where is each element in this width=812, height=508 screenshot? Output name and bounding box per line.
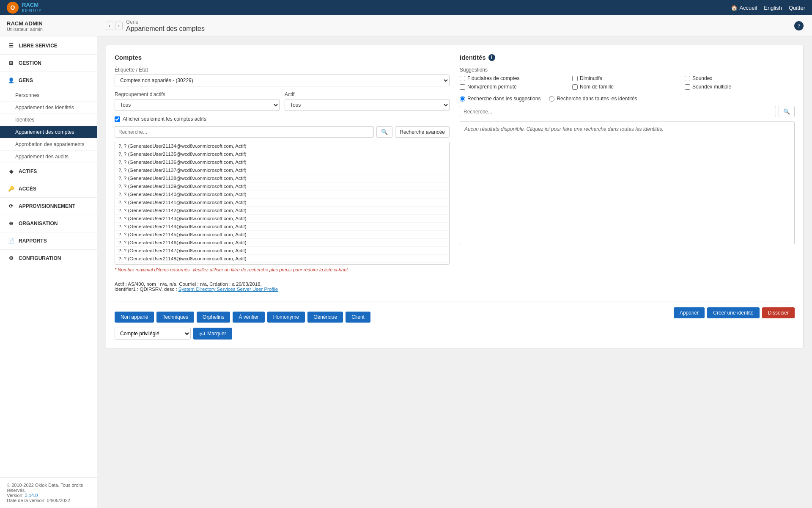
mark-select[interactable]: Compte privilégié xyxy=(115,328,191,340)
right-bottom-buttons: Apparier Créer une identité Dissocier xyxy=(674,307,795,318)
suggestion-fiduciaires-checkbox[interactable] xyxy=(460,76,465,81)
identites-no-results: Aucun résultats disponible. Cliquez ici … xyxy=(464,126,664,132)
help-icon[interactable]: ? xyxy=(794,21,804,30)
generique-button[interactable]: Générique xyxy=(307,312,343,323)
list-item[interactable]: ?, ? (GeneratedUser21147@wcd8w.onmicroso… xyxy=(115,247,449,255)
suggestion-diminutifs-label: Diminutifs xyxy=(580,75,602,81)
breadcrumb-forward-button[interactable]: › xyxy=(115,22,123,30)
info-bar-link[interactable]: System Directory Services Server User Pr… xyxy=(178,287,278,292)
list-item[interactable]: ?, ? (GeneratedUser21146@wcd8w.onmicroso… xyxy=(115,239,449,247)
sidebar-item-gestion[interactable]: ⊞ GESTION xyxy=(0,55,97,72)
radio-toutes-input[interactable] xyxy=(549,96,554,102)
regroupement-select[interactable]: Tous xyxy=(115,99,280,111)
etiquette-select[interactable]: Comptes non appariés - (30229) xyxy=(115,75,450,86)
left-bottom: Non apparié Techniques Orphelins À vérif… xyxy=(115,307,370,340)
list-item[interactable]: ?, ? (GeneratedUser21148@wcd8w.onmicroso… xyxy=(115,255,449,263)
top-nav-right: 🏠 Accueil English Quitter xyxy=(731,5,805,11)
logo-text: RACM IDENTITY xyxy=(22,2,41,14)
list-item[interactable]: ?, ? (GeneratedUser21140@wcd8w.onmicroso… xyxy=(115,190,449,199)
identites-section: Identités i Suggestions Fiduciaires de c… xyxy=(460,54,795,272)
suggestion-soundex-multiple-checkbox[interactable] xyxy=(685,84,690,90)
comptes-search-input[interactable] xyxy=(115,126,374,138)
comptes-search-button[interactable]: 🔍 xyxy=(376,126,392,138)
show-actifs-checkbox[interactable] xyxy=(115,116,120,122)
sidebar-item-organisation[interactable]: ⊕ ORGANISATION xyxy=(0,215,97,232)
actif-select[interactable]: Tous xyxy=(285,99,450,111)
suggestion-diminutifs: Diminutifs xyxy=(572,75,682,81)
techniques-button[interactable]: Techniques xyxy=(156,312,194,323)
list-item[interactable]: ?, ? (GeneratedUser21142@wcd8w.onmicroso… xyxy=(115,207,449,215)
sidebar-sub-appariement-comptes[interactable]: Appariement des comptes xyxy=(0,126,97,138)
etiquette-row: Étiquette / État Comptes non appariés - … xyxy=(115,67,450,86)
a-verifier-button[interactable]: À vérifier xyxy=(233,312,264,323)
breadcrumb-back-button[interactable]: ‹ xyxy=(106,22,113,30)
info-bar: Actif : AS/400, nom : n/a, n/a, Courriel… xyxy=(115,278,795,295)
divider xyxy=(115,301,795,301)
sidebar-user-sub: Utilisateur: admin xyxy=(7,27,90,32)
comptes-list[interactable]: ?, ? (GeneratedUser21134@wcd8w.onmicroso… xyxy=(115,142,450,265)
list-note: * Nombre maximal d'items retournés. Veui… xyxy=(115,267,450,272)
info-bar-text: Actif : AS/400, nom : n/a, n/a, Courriel… xyxy=(115,282,278,292)
suggestion-nom-prenom-checkbox[interactable] xyxy=(460,84,465,90)
radio-suggestions-input[interactable] xyxy=(460,96,465,102)
sidebar-sub-identites[interactable]: Identités xyxy=(0,114,97,126)
sidebar-label-acces: ACCÈS xyxy=(19,186,36,192)
suggestion-nom-prenom-label: Nom/prénom permuté xyxy=(467,84,517,90)
suggestion-nom-famille-checkbox[interactable] xyxy=(572,84,578,90)
mark-button[interactable]: 🏷 Marquer xyxy=(193,328,232,340)
sidebar-label-gens: GENS xyxy=(19,77,33,83)
homonyme-button[interactable]: Homonyme xyxy=(267,312,305,323)
comptes-advanced-button[interactable]: Recherche avancée xyxy=(395,126,450,138)
sidebar: RACM ADMIN Utilisateur: admin ☰ LIBRE SE… xyxy=(0,15,97,508)
sidebar-sub-appariement-audits[interactable]: Appariement des audits xyxy=(0,151,97,163)
list-item[interactable]: ?, ? (GeneratedUser21143@wcd8w.onmicroso… xyxy=(115,215,449,223)
identites-search-button[interactable]: 🔍 xyxy=(779,106,795,117)
list-item[interactable]: ?, ? (GeneratedUser21137@wcd8w.onmicroso… xyxy=(115,166,449,174)
version-link[interactable]: 3.14.0 xyxy=(25,493,38,498)
list-item[interactable]: ?, ? (GeneratedUser21139@wcd8w.onmicroso… xyxy=(115,182,449,190)
list-item[interactable]: ?, ? (GeneratedUser21144@wcd8w.onmicroso… xyxy=(115,223,449,231)
identites-search-input[interactable] xyxy=(460,106,776,117)
sidebar-item-acces[interactable]: 🔑 ACCÈS xyxy=(0,180,97,198)
show-actifs-label: Afficher seulement les comptes actifs xyxy=(123,116,206,122)
list-item[interactable]: ?, ? (GeneratedUser21149@wcd8w.onmicroso… xyxy=(115,263,449,265)
dissocier-button[interactable]: Dissocier xyxy=(762,307,795,318)
suggestion-diminutifs-checkbox[interactable] xyxy=(572,76,578,81)
grid-icon: ⊞ xyxy=(7,59,15,67)
list-item[interactable]: ?, ? (GeneratedUser21145@wcd8w.onmicroso… xyxy=(115,231,449,239)
client-button[interactable]: Client xyxy=(346,312,370,323)
sidebar-item-approvisionnement[interactable]: ⟳ APPROVISIONNEMENT xyxy=(0,198,97,215)
sidebar-sub-appariement-identites[interactable]: Appariement des identités xyxy=(0,102,97,114)
list-item[interactable]: ?, ? (GeneratedUser21134@wcd8w.onmicroso… xyxy=(115,142,449,150)
suggestion-soundex-checkbox[interactable] xyxy=(685,76,690,81)
gear-icon: ⚙ xyxy=(7,254,15,262)
radio-suggestions-text: Recherche dans les suggestions xyxy=(467,96,540,102)
list-item[interactable]: ?, ? (GeneratedUser21141@wcd8w.onmicroso… xyxy=(115,199,449,207)
quit-link[interactable]: Quitter xyxy=(789,5,805,11)
sidebar-item-gens[interactable]: 👤 GENS xyxy=(0,72,97,89)
sidebar-sub-approbation-appariements[interactable]: Approbation des appariements xyxy=(0,138,97,151)
radio-suggestions-label[interactable]: Recherche dans les suggestions xyxy=(460,96,540,102)
suggestions-title: Suggestions xyxy=(460,67,795,73)
radio-toutes-label[interactable]: Recherche dans toutes les identités xyxy=(549,96,637,102)
identites-info-icon[interactable]: i xyxy=(488,54,495,61)
sidebar-item-actifs[interactable]: ◈ ACTIFS xyxy=(0,163,97,180)
orphelins-button[interactable]: Orphelins xyxy=(197,312,230,323)
sidebar-label-organisation: ORGANISATION xyxy=(19,221,58,226)
suggestion-soundex: Soundex xyxy=(685,75,795,81)
sidebar-sub-personnes[interactable]: Personnes xyxy=(0,89,97,102)
apparier-button[interactable]: Apparier xyxy=(674,307,705,318)
suggestion-nom-famille-label: Nom de famille xyxy=(580,84,614,90)
sidebar-item-configuration[interactable]: ⚙ CONFIGURATION xyxy=(0,250,97,267)
list-item[interactable]: ?, ? (GeneratedUser21136@wcd8w.onmicroso… xyxy=(115,158,449,166)
logo-icon: O xyxy=(7,2,19,14)
list-item[interactable]: ?, ? (GeneratedUser21135@wcd8w.onmicroso… xyxy=(115,150,449,158)
sidebar-item-libre-service[interactable]: ☰ LIBRE SERVICE xyxy=(0,37,97,55)
sidebar-item-rapports[interactable]: 📄 RAPPORTS xyxy=(0,232,97,250)
lang-link[interactable]: English xyxy=(764,5,782,11)
identites-list[interactable]: Aucun résultats disponible. Cliquez ici … xyxy=(460,121,795,244)
list-item[interactable]: ?, ? (GeneratedUser21138@wcd8w.onmicroso… xyxy=(115,174,449,182)
non-apparie-button[interactable]: Non apparié xyxy=(115,312,154,323)
home-link[interactable]: 🏠 Accueil xyxy=(731,5,757,11)
creer-identite-button[interactable]: Créer une identité xyxy=(707,307,759,318)
